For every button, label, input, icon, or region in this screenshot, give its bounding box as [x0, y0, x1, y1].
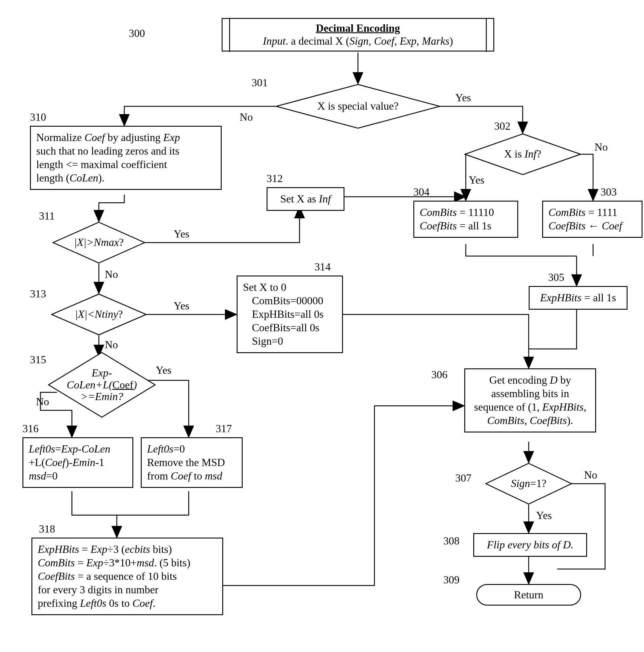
process-310: Normalize Coef by adjusting Exp such tha…	[30, 126, 222, 190]
p318-l5a: prefixing	[38, 597, 80, 609]
p318-l2e: msd	[137, 557, 154, 569]
p317-l1b: =0	[173, 443, 185, 455]
label-315: 315	[30, 353, 46, 366]
d315-l1: Exp-	[92, 367, 112, 379]
d315-l2a: CoLen+L(	[67, 379, 112, 390]
process-317: Left0s=0 Remove the MSD from Coef to msd	[141, 437, 243, 488]
p306-t1i: D	[549, 374, 558, 386]
p316-l3a: msd	[29, 470, 46, 482]
p303-arrow: ←	[586, 220, 602, 232]
p310-t3: length <= maximal coefficient	[36, 158, 215, 171]
label-307: 307	[455, 472, 472, 484]
edge-315-yes: Yes	[156, 364, 171, 377]
decision-302: X is Inf?	[464, 133, 581, 175]
p316-l2i: Coef	[45, 456, 65, 468]
p318-l5b: 0s to	[106, 597, 132, 609]
d302-inf: Inf	[525, 148, 536, 160]
p306-t3b: ,	[584, 401, 586, 413]
p308-a: Flip every bits of	[487, 539, 563, 551]
p317-l1a: Left0s	[147, 443, 173, 455]
decision-301: X is special value?	[275, 84, 440, 129]
p314-t5: Sign=0	[243, 334, 337, 348]
label-317: 317	[216, 422, 232, 435]
p317-l3a: from	[147, 470, 171, 482]
edge-302-no: No	[595, 141, 608, 153]
d315-l3: >=Emin?	[81, 390, 124, 403]
p318-l2a: ComBits	[38, 557, 75, 569]
edge-313-yes: Yes	[174, 299, 189, 312]
edge-311-yes: Yes	[174, 227, 189, 240]
d307-a: Sign	[511, 478, 530, 489]
p312-b: Inf	[319, 193, 331, 205]
p304-l2a: CoefBits	[420, 220, 457, 232]
p318-l5d: .	[153, 597, 156, 609]
p316-l3b: =0	[46, 470, 57, 482]
p309-t: Return	[514, 589, 543, 601]
d313-q: ?	[118, 308, 123, 320]
edge-307-no: No	[584, 469, 597, 481]
p304-l1a: ComBits	[420, 206, 457, 218]
label-304: 304	[413, 186, 430, 198]
label-318: 318	[39, 523, 55, 535]
p306-t3i1: ExpHBits	[542, 401, 584, 413]
p310-t1a: Normalize	[36, 132, 84, 143]
start-title: Decimal Encoding	[316, 22, 400, 34]
p306-t2: assembling bits in	[471, 387, 590, 401]
p318-l1c: Exp	[90, 543, 107, 555]
label-300: 300	[129, 27, 145, 39]
start-input-close: )	[449, 35, 453, 47]
edge-311-no: No	[105, 268, 118, 281]
p306-t1b: by	[558, 374, 571, 386]
p318-l2c: Exp	[86, 557, 103, 569]
p310-t1i2: Exp	[163, 132, 180, 143]
label-314: 314	[315, 261, 331, 273]
p306-t4e: ).	[567, 414, 573, 427]
p310-t4i: CoLen	[70, 172, 98, 184]
decision-311: |X|>Nmax?	[52, 222, 145, 264]
label-316: 316	[23, 422, 38, 435]
process-308: Flip every bits of D.	[473, 533, 587, 557]
label-310: 310	[30, 111, 46, 124]
label-308: 308	[443, 535, 459, 547]
p303-l1b: = 1111	[586, 206, 617, 218]
p303-l1a: ComBits	[548, 206, 586, 218]
process-314: Set X to 0 ComBits=00000 ExpHBits=all 0s…	[237, 275, 343, 353]
terminator-start: Decimal Encoding Input. a decimal X (Sig…	[222, 18, 494, 52]
p318-l2f: . (5 bits)	[154, 557, 190, 569]
edge-315-no: No	[36, 395, 49, 408]
p305-a: ExpHBits	[540, 292, 582, 304]
d311-a: |X|>Nmax	[74, 236, 119, 248]
p317-l3i: Coef	[171, 470, 191, 482]
p318-l3a: CoefBits	[38, 570, 75, 582]
p318-l1a: ExpHBits	[38, 543, 79, 555]
p318-l1f: bits)	[150, 543, 172, 555]
p317-l2: Remove the MSD	[147, 456, 236, 469]
p318-l1e: ecbits	[125, 543, 150, 555]
d315-l2u: Coef	[112, 379, 133, 390]
p306-t4i2: CoefBits	[530, 414, 567, 427]
label-311: 311	[39, 210, 55, 222]
d313-a: |X|<Ntiny	[75, 308, 118, 320]
edge-302-yes: Yes	[469, 174, 484, 186]
terminator-return: Return	[476, 584, 581, 605]
p318-l1b: =	[79, 543, 90, 555]
d301-text: X is special value?	[318, 100, 399, 112]
p318-l3b: = a sequence of 10 bits	[75, 570, 177, 582]
edge-301-yes: Yes	[455, 91, 471, 104]
decision-307: Sign=1?	[485, 463, 572, 505]
edge-301-no: No	[240, 111, 253, 124]
p314-t3: ExpHBits=all 0s	[243, 307, 337, 321]
p316-l1b: =	[55, 443, 61, 455]
p303-l2a: CoefBits	[548, 220, 586, 232]
p317-l3b: to	[191, 470, 205, 482]
label-309: 309	[443, 573, 459, 586]
edge-313-no: No	[105, 338, 118, 351]
p306-t3a: sequence of (1,	[474, 401, 542, 413]
p316-l2d: -1	[95, 456, 104, 468]
p306-t4i1: ComBits	[487, 414, 524, 427]
d302-q: ?	[536, 148, 541, 160]
p306-t4m: ,	[525, 414, 530, 427]
p314-t1: Set X to 0	[243, 281, 337, 294]
p310-t1i1: Coef	[84, 132, 105, 143]
p316-l1c: Exp-CoLen	[61, 443, 110, 455]
